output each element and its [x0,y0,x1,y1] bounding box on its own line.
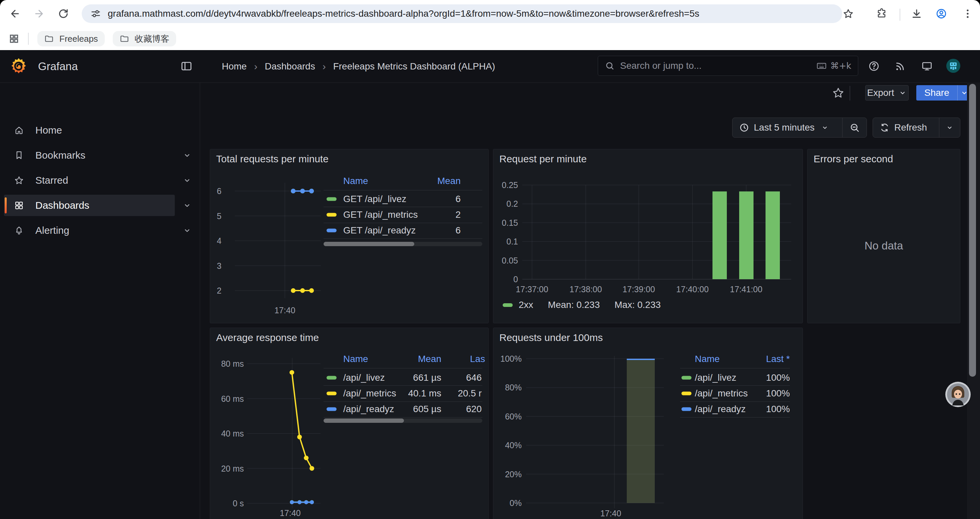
bookmark-folder[interactable]: 收藏博客 [113,31,176,46]
svg-text:0.2: 0.2 [506,199,518,208]
search-input[interactable]: Search or jump to... ⌘+k [598,56,858,76]
panel-average-response-time: Average response time 80 ms60 ms40 ms20 … [210,327,488,519]
downloads-button[interactable] [911,8,922,19]
panel-toggle-icon [180,60,193,72]
sidebar-item-starred[interactable]: Starred [4,170,175,191]
svg-text:0.15: 0.15 [502,218,518,227]
breadcrumb-item[interactable]: Freeleaps Metrics Dashboard (ALPHA) [333,61,495,72]
sidebar-item-dashboards[interactable]: Dashboards [4,195,175,216]
breadcrumb-item[interactable]: Home [222,61,247,72]
legend-header-Las[interactable]: Las [470,354,485,364]
svg-text:100%: 100% [500,354,522,363]
svg-text:0.25: 0.25 [502,180,518,190]
news-button[interactable] [894,60,906,72]
monitor-icon [921,60,933,72]
breadcrumb-separator: › [323,61,326,72]
sidebar-item-home[interactable]: Home [4,120,175,141]
user-avatar[interactable] [946,58,961,73]
legend-row-separator [680,385,790,386]
back-icon [10,8,21,19]
legend-scrollbar-thumb[interactable] [323,418,404,423]
grafana-logo[interactable] [10,57,27,75]
keyboard-icon [816,61,827,71]
chevron-down-icon[interactable] [183,201,191,210]
kebab-icon [962,8,973,19]
share-button[interactable]: Share [916,85,971,101]
legend-row-separator [323,223,482,223]
legend-header-Mean[interactable]: Mean [323,354,441,364]
svg-text:17:40: 17:40 [600,509,621,518]
panel-title[interactable]: Errors per second [813,153,893,164]
legend-scrollbar-thumb[interactable] [323,242,414,246]
apps-grid-button[interactable] [9,34,19,44]
time-range-picker[interactable]: Last 5 minutes [732,118,842,137]
svg-text:0.05: 0.05 [502,256,518,265]
extensions-button[interactable] [876,8,887,19]
legend-header-Last *[interactable]: Last * [680,354,790,364]
rss-icon [894,60,906,72]
refresh-button[interactable]: Refresh [873,118,939,137]
svg-text:60%: 60% [505,412,522,421]
legend-value: 100% [680,404,790,414]
chart-plot[interactable]: 6543217:40 [210,149,488,323]
reload-button[interactable] [58,8,69,19]
help-button[interactable] [868,60,880,72]
favorite-dashboard-button[interactable] [832,86,845,99]
svg-text:80 ms: 80 ms [221,359,244,368]
chevron-down-icon[interactable] [183,151,191,160]
star-outline-icon [832,86,845,99]
floating-assistant-avatar[interactable] [945,382,971,407]
chevron-down-icon[interactable] [183,176,191,185]
forward-icon [33,8,45,19]
breadcrumb-separator: › [254,61,258,72]
svg-text:17:39:00: 17:39:00 [622,284,655,294]
chevron-down-icon[interactable] [183,226,191,235]
back-button[interactable] [10,8,21,19]
breadcrumb-item[interactable]: Dashboards [265,61,315,72]
svg-text:3: 3 [217,261,221,270]
zoom-out-button[interactable] [843,118,867,137]
bookmark-folder[interactable]: Freeleaps [37,31,105,46]
legend-value: 100% [680,388,790,399]
legend-header-Mean[interactable]: Mean [323,176,461,186]
sidebar-item-label: Alerting [35,225,69,236]
brand-name[interactable]: Grafana [38,50,78,83]
grafana-app: Grafana Home›Dashboards›Freeleaps Metric… [0,50,980,519]
bookmark-icon [14,150,24,160]
refresh-interval-button[interactable] [939,118,960,137]
browser-menu-button[interactable] [962,8,973,19]
url-text[interactable]: grafana.mathmast.com/d/deytv4rwavabkb/fr… [108,8,699,19]
time-range-controls: Last 5 minutes [732,118,867,137]
sidebar-item-alerting[interactable]: Alerting [4,220,175,241]
svg-text:0.1: 0.1 [506,237,518,246]
legend-value: 6 [323,225,461,236]
breadcrumb: Home›Dashboards›Freeleaps Metrics Dashbo… [222,50,495,83]
browser-chrome: grafana.mathmast.com/d/deytv4rwavabkb/fr… [0,0,980,50]
share-label[interactable]: Share [916,85,957,101]
display-button[interactable] [921,60,933,72]
svg-text:17:40: 17:40 [275,306,296,315]
forward-button[interactable] [33,8,45,19]
svg-text:0 s: 0 s [233,498,244,508]
profile-icon [935,8,947,19]
grafana-header: Grafana Home›Dashboards›Freeleaps Metric… [0,50,980,83]
search-placeholder: Search or jump to... [620,61,811,71]
svg-text:20 ms: 20 ms [221,464,244,473]
legend-row-separator [680,417,790,417]
chevron-down-icon [899,89,907,97]
url-bar[interactable]: grafana.mathmast.com/d/deytv4rwavabkb/fr… [82,4,842,23]
toolbar-divider [900,9,900,21]
bell-icon [14,225,24,235]
chart-plot[interactable]: 0.250.20.150.10.05017:37:0017:38:0017:39… [493,149,803,323]
profile-button[interactable] [935,8,947,19]
export-button[interactable]: Export [865,85,908,101]
sidebar-toggle-button[interactable] [180,60,193,72]
page-scrollbar-thumb[interactable] [969,84,976,377]
sidebar-item-bookmarks[interactable]: Bookmarks [4,145,175,166]
time-range-label: Last 5 minutes [754,122,815,133]
site-settings-icon[interactable] [91,8,101,19]
sidebar-nav: HomeBookmarksStarredDashboardsAlerting [0,83,200,519]
bookmark-page-button[interactable] [843,8,854,19]
svg-text:40 ms: 40 ms [221,429,244,438]
legend-row-separator [323,238,482,239]
